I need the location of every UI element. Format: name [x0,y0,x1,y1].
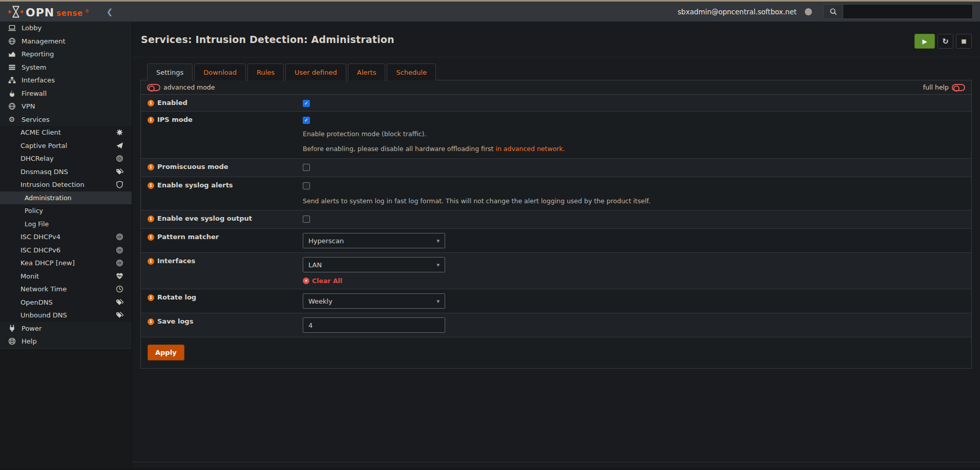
clock-icon [116,285,123,293]
logo-text-sense: sense [56,9,82,18]
field-label-cell: Promiscuous mode [141,159,303,177]
info-icon[interactable] [148,182,154,189]
advanced-mode-toggle[interactable]: advanced mode [147,83,215,91]
sidebar-item-policy[interactable]: Policy [0,204,132,218]
sidebar-item-acme-client[interactable]: ACME Client [0,126,132,139]
field-label-cell: Enable eve syslog output [141,210,303,228]
promiscuous-mode-checkbox[interactable] [303,164,310,171]
sidebar-item-lobby[interactable]: Lobby [0,22,132,35]
field-label: IPS mode [157,116,193,123]
enable-eve-syslog-output-checkbox[interactable] [303,216,310,223]
tab-rules[interactable]: Rules [247,63,284,80]
clear-all-label: Clear All [312,277,342,285]
field-control-cell [303,313,971,337]
tab-user-defined[interactable]: User defined [285,63,346,80]
logged-in-user-email[interactable]: sbxadmin@opncentral.softbox.net [678,8,797,16]
bullseye-icon [116,233,123,241]
sidebar-item-help[interactable]: Help [0,335,132,348]
info-icon[interactable] [148,117,154,123]
sidebar-item-intrusion-detection[interactable]: Intrusion Detection [0,178,132,191]
field-help-text: Enable protection mode (block traffic). [303,129,702,139]
enable-syslog-alerts-checkbox[interactable] [303,182,310,189]
sidebar-item-vpn[interactable]: VPN [0,100,132,113]
field-label: Interfaces [157,257,195,265]
enabled-checkbox[interactable] [303,100,310,107]
restart-service-button[interactable]: ↻ [937,34,953,49]
save-logs-input[interactable] [303,317,445,333]
info-icon[interactable] [148,216,154,222]
apply-button[interactable]: Apply [148,345,184,360]
form-row-enabled: Enabled [141,95,971,112]
sidebar-item-firewall[interactable]: Firewall [0,87,132,100]
sidebar-item-label: Policy [25,207,124,215]
sidebar-item-administration[interactable]: Administration [0,191,132,205]
info-icon[interactable] [148,318,154,325]
sidebar-menu: LobbyManagementReportingSystemInterfaces… [0,22,132,348]
sidebar-item-isc-dhcpv4[interactable]: ISC DHCPv4 [0,230,132,244]
tab-alerts[interactable]: Alerts [348,63,386,80]
sidebar-item-isc-dhcpv6[interactable]: ISC DHCPv6 [0,244,132,257]
shield-icon [116,181,123,188]
start-service-button[interactable]: ▶ [914,34,935,49]
sidebar-item-reporting[interactable]: Reporting [0,48,132,61]
rotate-log-select[interactable]: Weekly▾ [303,293,445,309]
sidebar-item-interfaces[interactable]: Interfaces [0,74,132,87]
sidebar-item-power[interactable]: Power [0,322,132,335]
tab-download[interactable]: Download [194,63,246,80]
settings-panel: advanced mode full help EnabledIPS modeE… [140,80,972,369]
sidebar-item-services[interactable]: ⚙Services [0,113,132,126]
service-action-buttons: ▶↻■ [914,34,972,49]
sidebar-item-dnsmasq-dns[interactable]: Dnsmasq DNS [0,165,132,179]
sidebar-item-dhcrelay[interactable]: DHCRelay [0,152,132,165]
help-link[interactable]: . [563,145,565,153]
sidebar-item-unbound-dns[interactable]: Unbound DNS [0,309,132,322]
sidebar-item-log-file[interactable]: Log File [0,218,132,231]
top-navigation-bar: OPNsense® ❮ sbxadmin@opncentral.softbox.… [0,0,980,22]
opnsense-logo[interactable]: OPNsense® [8,5,89,18]
tab-settings[interactable]: Settings [147,63,193,80]
system-list-icon [7,63,16,71]
selected-value: Weekly [308,297,332,305]
laptop-icon [7,24,16,32]
logo-text-opn: OPN [26,7,54,18]
sidebar-item-label: Help [22,337,124,345]
info-icon[interactable] [148,100,154,106]
sidebar-item-system[interactable]: System [0,61,132,74]
info-icon[interactable] [148,258,154,265]
search-input[interactable] [843,5,972,18]
sidebar-item-label: Kea DHCP [new] [20,259,116,267]
help-link[interactable]: in advanced network [496,145,563,153]
full-help-toggle[interactable]: full help [923,83,965,91]
tags-icon [116,298,123,306]
search-icon[interactable] [824,5,843,18]
interfaces-select[interactable]: LAN▾ [303,257,445,272]
sidebar-item-captive-portal[interactable]: Captive Portal [0,139,132,153]
user-avatar[interactable] [805,8,812,15]
tab-schedule[interactable]: Schedule [387,63,436,80]
info-icon[interactable] [148,234,154,241]
sidebar-item-monit[interactable]: Monit [0,270,132,283]
sidebar-item-kea-dhcp-new[interactable]: Kea DHCP [new] [0,257,132,270]
sidebar-item-network-time[interactable]: Network Time [0,283,132,296]
sidebar-item-label: Power [22,325,124,332]
stop-service-button[interactable]: ■ [956,34,972,49]
sidebar-item-management[interactable]: Management [0,35,132,48]
fire-icon [7,90,16,97]
pattern-matcher-select[interactable]: Hyperscan▾ [303,233,445,248]
info-icon[interactable] [148,164,154,170]
sidebar-item-label: ISC DHCPv4 [20,233,116,241]
info-icon[interactable] [148,294,154,301]
paper-plane-icon [116,142,123,149]
clear-all-link[interactable]: Clear All [303,277,965,285]
field-label-cell: Interfaces [141,253,303,289]
sitemap-icon [7,76,16,84]
sidebar-item-opendns[interactable]: OpenDNS [0,296,132,309]
collapse-sidebar-icon[interactable]: ❮ [107,7,113,16]
area-chart-icon [7,50,16,58]
ips-mode-checkbox[interactable] [303,117,310,124]
field-label-cell: Save logs [141,313,303,337]
page-title: Services: Intrusion Detection: Administr… [141,34,394,45]
bullseye-icon [116,246,123,254]
field-help-text: Send alerts to system log in fast log fo… [303,196,702,206]
globe-icon [7,102,16,110]
